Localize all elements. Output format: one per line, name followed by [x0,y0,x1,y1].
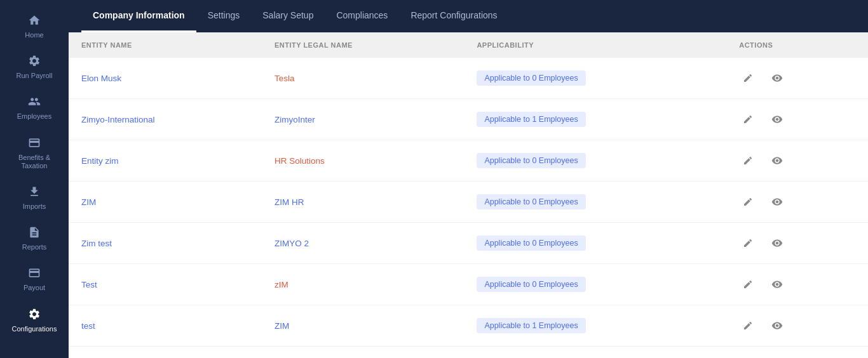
edit-button[interactable] [739,110,757,128]
sidebar-icon-1 [28,55,41,69]
view-button[interactable] [768,275,786,293]
table-body: Elon MuskTeslaApplicable to 0 EmployeesZ… [69,58,868,358]
entity-name-cell: Entity zim [69,140,262,182]
actions-container [739,193,855,211]
col-header-entity-name: ENTITY NAME [69,32,262,58]
sidebar-item-label: Configurations [12,325,57,333]
applicability-badge: Applicable to 1 Employees [477,318,585,333]
applicability-badge: Applicable to 1 Employees [477,112,585,127]
applicability-cell: Applicable to 0 Employees [464,182,726,223]
top-navigation: Company InformationSettingsSalary SetupC… [69,0,868,32]
entity-legal-name-cell: M [262,347,464,359]
sidebar-item-employees[interactable]: Employees [0,88,69,128]
entity-name-cell: Test [69,264,262,305]
actions-cell [726,140,868,182]
sidebar-item-configurations[interactable]: Configurations [0,300,69,341]
main-content: Company InformationSettingsSalary SetupC… [69,0,868,358]
sidebar-item-home[interactable]: Home [0,6,69,47]
sidebar-item-label: Payout [24,284,45,292]
actions-cell [726,223,868,264]
actions-container [739,69,855,87]
col-header-actions: ACTIONS [726,32,868,58]
view-button[interactable] [768,152,786,169]
actions-container [739,275,855,293]
table-row: ZIMZIM HRApplicable to 0 Employees [69,182,868,223]
actions-container [739,110,855,128]
applicability-badge: Applicable to 0 Employees [477,194,585,209]
applicability-cell: Applicable to 1 Employees [464,99,726,140]
entity-name-cell: Zimyo-International [69,99,262,140]
sidebar-icon-6 [28,267,41,281]
sidebar: HomeRun PayrollEmployeesBenefits & Taxat… [0,0,69,358]
applicability-cell: Applicable to 0 Employees [464,347,726,359]
entity-legal-name-cell: zIM [262,264,464,305]
table-row: testZIMApplicable to 1 Employees [69,305,868,347]
applicability-cell: Applicable to 0 Employees [464,264,726,305]
actions-cell [726,305,868,347]
table-row: Elon MuskTeslaApplicable to 0 Employees [69,58,868,99]
table-row: Zim testZIMYO 2Applicable to 0 Employees [69,223,868,264]
sidebar-item-label: Employees [17,112,51,121]
nav-tab-report-configurations[interactable]: Report Configurations [399,0,508,32]
sidebar-item-run-payroll[interactable]: Run Payroll [0,47,69,88]
actions-container [739,317,855,335]
col-header-applicability: APPLICABILITY [464,32,726,58]
table-row: Zimyo-InternationalZimyoInterApplicable … [69,99,868,140]
table-row: TestzIMApplicable to 0 Employees [69,264,868,305]
entity-legal-name-cell: ZIMYO 2 [262,223,464,264]
actions-cell [726,264,868,305]
edit-button[interactable] [739,317,757,335]
sidebar-item-reports[interactable]: Reports [0,218,69,259]
actions-container [739,234,855,252]
actions-cell [726,182,868,223]
sidebar-item-label: Imports [23,202,46,211]
nav-tab-compliances[interactable]: Compliances [325,0,399,32]
sidebar-item-payout[interactable]: Payout [0,259,69,300]
applicability-cell: Applicable to 0 Employees [464,140,726,182]
edit-button[interactable] [739,234,757,252]
sidebar-item-label: Benefits & Taxation [5,154,64,170]
view-button[interactable] [768,69,786,87]
entity-legal-name-cell: ZIM HR [262,182,464,223]
sidebar-icon-2 [28,95,41,110]
applicability-cell: Applicable to 0 Employees [464,58,726,99]
nav-tab-settings[interactable]: Settings [196,0,252,32]
applicability-badge: Applicable to 0 Employees [477,70,585,86]
sidebar-item-label: Run Payroll [17,72,53,80]
entity-legal-name-cell: ZIM [262,305,464,347]
actions-cell [726,347,868,359]
nav-tab-company-information[interactable]: Company Information [81,0,196,32]
applicability-badge: Applicable to 0 Employees [477,153,585,168]
edit-button[interactable] [739,275,757,293]
entities-table: ENTITY NAMEENTITY LEGAL NAMEAPPLICABILIT… [69,32,868,358]
sidebar-icon-4 [28,185,41,200]
edit-button[interactable] [739,193,757,211]
table-container[interactable]: ENTITY NAMEENTITY LEGAL NAMEAPPLICABILIT… [69,32,868,358]
entity-name-cell: Zim test [69,223,262,264]
applicability-cell: Applicable to 1 Employees [464,305,726,347]
sidebar-item-imports[interactable]: Imports [0,178,69,218]
sidebar-item-label: Reports [22,243,47,251]
sidebar-icon-5 [28,226,41,241]
entity-name-cell: Elon Musk [69,58,262,99]
applicability-badge: Applicable to 0 Employees [477,277,585,292]
sidebar-icon-3 [28,136,41,151]
sidebar-icon-0 [28,14,41,29]
entity-legal-name-cell: Tesla [262,58,464,99]
sidebar-icon-7 [28,308,41,322]
edit-button[interactable] [739,152,757,169]
entity-legal-name-cell: HR Solutions [262,140,464,182]
view-button[interactable] [768,110,786,128]
table-header-row: ENTITY NAMEENTITY LEGAL NAMEAPPLICABILIT… [69,32,868,58]
edit-button[interactable] [739,69,757,87]
entity-legal-name-cell: ZimyoInter [262,99,464,140]
sidebar-item-benefits-and-taxation[interactable]: Benefits & Taxation [0,129,69,178]
applicability-cell: Applicable to 0 Employees [464,223,726,264]
sidebar-item-label: Home [25,31,43,39]
view-button[interactable] [768,234,786,252]
actions-container [739,152,855,169]
nav-tab-salary-setup[interactable]: Salary Setup [251,0,325,32]
view-button[interactable] [768,317,786,335]
table-row: MinivelMApplicable to 0 Employees [69,347,868,359]
view-button[interactable] [768,193,786,211]
